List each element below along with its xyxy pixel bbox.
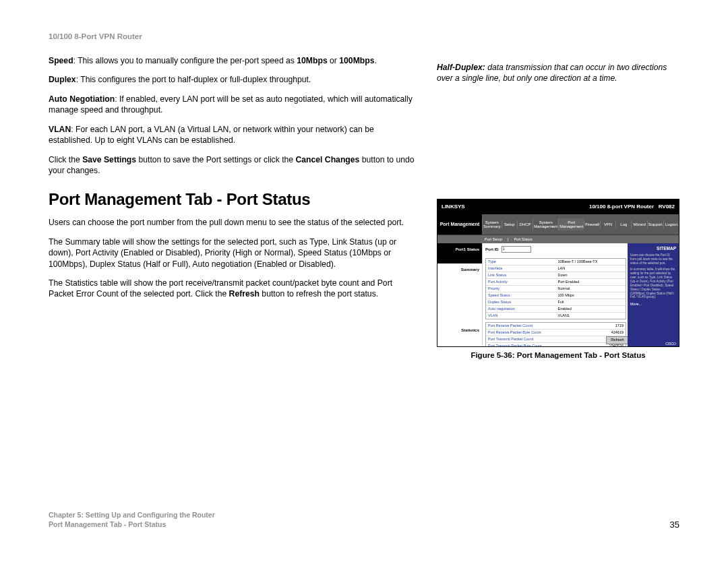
subnav-port-status[interactable]: Port Status <box>514 237 532 241</box>
opt-100mbps: 100Mbps <box>339 56 374 65</box>
body-p3: The Statistics table will show the port … <box>49 278 417 300</box>
para-duplex: Duplex: This configures the port to half… <box>49 74 417 85</box>
nav-firewall[interactable]: Firewall <box>584 220 600 228</box>
nav-dhcp[interactable]: DHCP <box>517 220 533 228</box>
body-p2: The Summary table will show the settings… <box>49 237 417 270</box>
footer-chapter: Chapter 5: Setting Up and Configuring th… <box>49 510 215 520</box>
portid-select[interactable]: 1 <box>502 246 531 253</box>
text: button to refresh the port status. <box>260 289 378 299</box>
router-screenshot: LINKSYS 10/100 8-port VPN Router RV082 P… <box>437 199 679 347</box>
nav-port-management[interactable]: Port Management <box>558 218 584 230</box>
router-mid-panel: Port ID 1 Type10Base-T / 100Base-TX Inte… <box>483 243 628 347</box>
nav-log[interactable]: Log <box>615 220 631 228</box>
sitemap-link[interactable]: SITEMAP <box>630 246 676 251</box>
body-p1: Users can choose the port number from th… <box>49 217 417 228</box>
nav-system-summary[interactable]: System Summary <box>482 218 502 230</box>
help-text-1: Users can choose the Port ID from pull d… <box>630 253 676 266</box>
figure-5-36: LINKSYS 10/100 8-port VPN Router RV082 P… <box>437 199 679 359</box>
nav-system-management[interactable]: System Management <box>533 218 558 230</box>
text: : For each LAN port, a VLAN (a Virtual L… <box>49 125 374 145</box>
text: button to save the Port settings or clic… <box>136 155 295 164</box>
cisco-logo: CISCO <box>665 342 676 346</box>
para-auto: Auto Negotiation: If enabled, every LAN … <box>49 94 417 116</box>
router-left-panel: Port1 Status Summary Statistics <box>437 243 483 347</box>
router-help-panel: SITEMAP Users can choose the Port ID fro… <box>628 243 679 347</box>
main-column: Speed: This allows you to manually confi… <box>49 55 417 308</box>
nav-wizard[interactable]: Wizard <box>631 220 646 228</box>
document-header: 10/100 8-Port VPN Router <box>49 32 679 40</box>
text: or <box>328 56 340 65</box>
nav-support[interactable]: Support <box>647 220 663 228</box>
term-auto-negotiation: Auto Negotiation <box>49 94 115 104</box>
btn-cancel-changes: Cancel Changes <box>296 155 360 164</box>
fw-label: RV082 <box>659 204 675 210</box>
btn-save-settings: Save Settings <box>82 155 136 164</box>
refresh-button[interactable]: Refresh <box>606 336 629 344</box>
more-link[interactable]: More... <box>630 302 676 306</box>
portid-label: Port ID <box>485 247 499 251</box>
left-port-status: Port1 Status <box>437 243 482 263</box>
router-subnav: Port Setup | Port Status <box>437 235 679 243</box>
opt-10mbps: 10Mbps <box>297 56 327 65</box>
left-statistics: Statistics <box>437 324 482 344</box>
summary-table: Type10Base-T / 100Base-TX InterfaceLAN L… <box>485 258 626 319</box>
term-vlan: VLAN <box>49 125 71 134</box>
term: Half-Duplex: <box>437 63 485 72</box>
left-summary: Summary <box>437 263 482 284</box>
btn-refresh: Refresh <box>229 289 260 299</box>
router-nav: Port Management System Summary Setup DHC… <box>437 214 679 235</box>
page-number: 35 <box>670 520 679 530</box>
section-title: Port Management Tab - Port Status <box>49 189 417 210</box>
page-footer: Chapter 5: Setting Up and Configuring th… <box>49 510 679 530</box>
term-duplex: Duplex <box>49 75 76 84</box>
model-label: 10/100 8-port VPN Router <box>589 204 654 210</box>
para-save: Click the Save Settings button to save t… <box>49 154 417 177</box>
nav-current-label: Port Management <box>437 214 482 235</box>
term-speed: Speed <box>49 56 73 65</box>
text: : This configures the port to half-duple… <box>76 75 311 84</box>
text: Click the <box>49 155 82 164</box>
nav-vpn[interactable]: VPN <box>600 220 615 228</box>
side-column: Half-Duplex: data transmission that can … <box>437 55 679 359</box>
nav-logout[interactable]: Logout <box>663 220 679 228</box>
text: . <box>374 56 376 65</box>
help-text-2: In summary table, it will show the setti… <box>630 268 676 299</box>
nav-setup[interactable]: Setup <box>502 220 517 228</box>
subnav-port-setup[interactable]: Port Setup <box>485 237 502 241</box>
para-vlan: VLAN: For each LAN port, a VLAN (a Virtu… <box>49 124 417 146</box>
glossary-half-duplex: Half-Duplex: data transmission that can … <box>437 62 679 84</box>
para-speed: Speed: This allows you to manually confi… <box>49 55 417 66</box>
footer-section: Port Management Tab - Port Status <box>49 520 215 530</box>
figure-caption: Figure 5-36: Port Management Tab - Port … <box>437 351 679 359</box>
statistics-table: Port Receive Packet Count1719 Port Recei… <box>485 322 626 347</box>
brand-logo: LINKSYS <box>442 204 465 210</box>
text: : This allows you to manually configure … <box>73 56 297 65</box>
